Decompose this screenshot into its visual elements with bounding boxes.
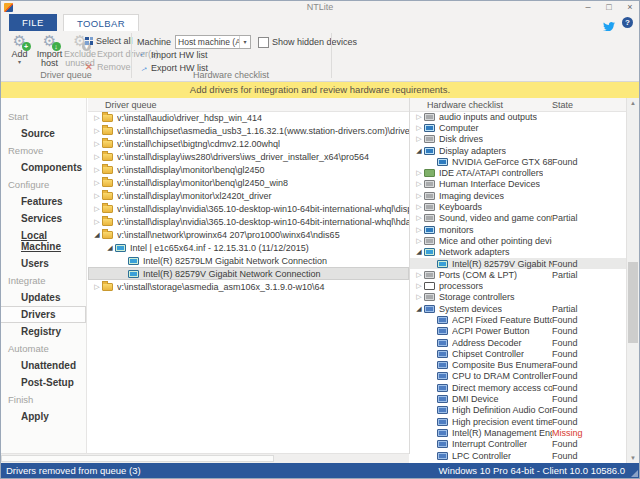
driver-queue-item[interactable]: Intel(R) 82579V Gigabit Network Connecti… [88, 267, 409, 280]
expand-toggle-icon[interactable]: ▷ [92, 179, 102, 187]
hardware-checklist-column-header[interactable]: Hardware checklist [410, 100, 552, 110]
show-hidden-devices-checkbox[interactable]: Show hidden devices [258, 37, 357, 48]
state-column-header[interactable]: State [552, 100, 610, 110]
hardware-checklist-item[interactable]: ▷Storage controllers [410, 292, 626, 303]
scrollbar-thumb[interactable] [1, 455, 274, 462]
hardware-checklist-item[interactable]: ▷Mice and other pointing devices [410, 235, 626, 246]
hardware-checklist-item[interactable]: Interrupt ControllerFound [410, 439, 626, 450]
driver-queue-item[interactable]: ◢Intel | e1c65x64.inf - 12.15.31.0 (11/1… [88, 241, 409, 254]
expand-toggle-icon[interactable]: ◢ [105, 244, 115, 252]
driver-queue-column-header[interactable]: Driver queue [88, 100, 409, 110]
hardware-checklist-item[interactable]: DMI DeviceFound [410, 393, 626, 404]
hardware-checklist-item[interactable]: ▷Disk drives [410, 134, 626, 145]
scroll-down-icon[interactable]: ▼ [627, 453, 639, 463]
expand-toggle-icon[interactable]: ◢ [92, 231, 102, 239]
hardware-checklist-item[interactable]: CPU to DRAM ControllerFound [410, 371, 626, 382]
expand-toggle-icon[interactable]: ◢ [414, 147, 424, 155]
hardware-checklist-item[interactable]: ▷Ports (COM & LPT)Partial [410, 269, 626, 280]
expand-toggle-icon[interactable]: ▷ [414, 169, 424, 177]
hardware-checklist-item[interactable]: ACPI Power ButtonFound [410, 326, 626, 337]
expand-toggle-icon[interactable]: ▷ [414, 214, 424, 222]
tab-toolbar[interactable]: TOOLBAR [63, 14, 139, 32]
hardware-checklist-item[interactable]: ▷Keyboards [410, 201, 626, 212]
scroll-up-icon[interactable]: ▲ [627, 98, 639, 108]
sidebar-item-source[interactable]: Source [1, 125, 86, 142]
sidebar-item-features[interactable]: Features [1, 193, 86, 210]
twitter-icon[interactable] [603, 18, 615, 28]
expand-toggle-icon[interactable]: ▷ [92, 283, 102, 291]
expand-toggle-icon[interactable]: ▷ [414, 293, 424, 301]
sidebar-item-apply[interactable]: Apply [1, 408, 86, 425]
expand-toggle-icon[interactable]: ▷ [92, 114, 102, 122]
expand-toggle-icon[interactable]: ▷ [414, 237, 424, 245]
expand-toggle-icon[interactable]: ▷ [92, 153, 102, 161]
hardware-checklist-item[interactable]: ▷IDE ATA/ATAPI controllers [410, 167, 626, 178]
hardware-checklist-item[interactable]: Intel(R) Management Engine InterfaceMiss… [410, 427, 626, 438]
hardware-checklist-item[interactable]: NVIDIA GeForce GTX 680Found [410, 156, 626, 167]
hardware-checklist-item[interactable]: Chipset ControllerFound [410, 348, 626, 359]
driver-queue-item[interactable]: ▷v:\install\storage\asmedia_asm106x_3.1.… [88, 280, 409, 293]
hardware-checklist-item[interactable]: LPC ControllerFound [410, 450, 626, 461]
driver-queue-item[interactable]: ▷v:\install\display\nvidia\365.10-deskto… [88, 202, 409, 215]
expand-toggle-icon[interactable]: ▷ [414, 124, 424, 132]
hardware-checklist-item[interactable]: High precision event timerFound [410, 416, 626, 427]
expand-toggle-icon[interactable]: ▷ [414, 203, 424, 211]
hardware-checklist-item[interactable]: ▷Sound, video and game controllersPartia… [410, 213, 626, 224]
hardware-checklist-item[interactable]: ▷monitors [410, 224, 626, 235]
tab-file[interactable]: FILE [9, 14, 57, 31]
driver-queue-item[interactable]: ▷v:\install\display\monitor\xl2420t_driv… [88, 189, 409, 202]
expand-toggle-icon[interactable]: ▷ [414, 271, 424, 279]
sidebar-item-updates[interactable]: Updates [1, 289, 86, 306]
scrollbar-thumb[interactable] [628, 262, 638, 342]
sidebar-item-components[interactable]: Components [1, 159, 86, 176]
select-all-button[interactable]: Select all [85, 34, 131, 47]
hardware-checklist-item[interactable]: ▷Human Interface Devices [410, 179, 626, 190]
sidebar-item-services[interactable]: Services [1, 210, 86, 227]
hardware-checklist-item[interactable]: High Definition Audio ControllerFound [410, 405, 626, 416]
driver-queue-item[interactable]: ▷v:\install\audio\driver_hdsp_win_414 [88, 111, 409, 124]
driver-queue-item[interactable]: ▷v:\install\chipset\bigtng\cdmv2.12.00wh… [88, 137, 409, 150]
hardware-checklist-item[interactable]: ▷audio inputs and outputs [410, 111, 626, 122]
hardware-checklist-item[interactable]: ▷processors [410, 280, 626, 291]
expand-toggle-icon[interactable]: ▷ [414, 113, 424, 121]
vertical-scrollbar[interactable]: ▲ ▼ [626, 98, 639, 463]
sidebar-item-registry[interactable]: Registry [1, 323, 86, 340]
expand-toggle-icon[interactable]: ▷ [414, 135, 424, 143]
expand-toggle-icon[interactable]: ◢ [414, 248, 424, 256]
hardware-checklist-item[interactable]: ◢System devicesPartial [410, 303, 626, 314]
resize-grip[interactable] [631, 470, 638, 477]
expand-toggle-icon[interactable]: ▷ [414, 226, 424, 234]
expand-toggle-icon[interactable]: ▷ [92, 166, 102, 174]
horizontal-scrollbar[interactable] [1, 453, 409, 463]
import-hw-list-button[interactable]: → Import HW list [139, 48, 208, 61]
hardware-checklist-item[interactable]: ◢Network adapters [410, 247, 626, 258]
driver-queue-item[interactable]: ▷v:\install\display\iws280\drivers\iws_d… [88, 150, 409, 163]
hardware-checklist-item[interactable]: Address DecoderFound [410, 337, 626, 348]
hardware-checklist-item[interactable]: ◢Display adapters [410, 145, 626, 156]
close-button[interactable]: × [625, 1, 635, 13]
expand-toggle-icon[interactable]: ▷ [92, 218, 102, 226]
minimize-button[interactable]: – [583, 1, 593, 13]
expand-toggle-icon[interactable]: ▷ [414, 192, 424, 200]
hardware-checklist-item[interactable]: ACPI Fixed Feature ButtonFound [410, 314, 626, 325]
expand-toggle-icon[interactable]: ▷ [92, 205, 102, 213]
driver-queue-item[interactable]: ◢v:\install\network\prowinx64 207\pro100… [88, 228, 409, 241]
expand-toggle-icon[interactable]: ▷ [92, 140, 102, 148]
expand-toggle-icon[interactable]: ◢ [414, 305, 424, 313]
sidebar-item-users[interactable]: Users [1, 255, 86, 272]
maximize-button[interactable]: □ [604, 1, 614, 13]
hardware-checklist-item[interactable]: Direct memory access controllerFound [410, 382, 626, 393]
expand-toggle-icon[interactable]: ▷ [92, 192, 102, 200]
sidebar-item-unattended[interactable]: Unattended [1, 357, 86, 374]
driver-queue-item[interactable]: ▷v:\install\chipset\asmedia_usb3_1.16.32… [88, 124, 409, 137]
driver-queue-item[interactable]: ▷v:\install\display\monitor\benq\gl2450_… [88, 176, 409, 189]
help-icon[interactable]: ? [622, 17, 633, 28]
machine-dropdown[interactable]: Host machine (ADMI ▾ [175, 35, 251, 49]
driver-queue-item[interactable]: Intel(R) 82579LM Gigabit Network Connect… [88, 254, 409, 267]
hardware-checklist-item[interactable]: Intel(R) 82579V Gigabit Network Connecti… [410, 258, 626, 269]
sidebar-item-local-machine[interactable]: Local Machine [1, 227, 86, 255]
driver-queue-item[interactable]: ▷v:\install\display\nvidia\365.10-deskto… [88, 215, 409, 228]
sidebar-item-drivers[interactable]: Drivers [1, 306, 86, 323]
driver-queue-item[interactable]: ▷v:\install\display\monitor\benq\gl2450 [88, 163, 409, 176]
expand-toggle-icon[interactable]: ▷ [414, 282, 424, 290]
